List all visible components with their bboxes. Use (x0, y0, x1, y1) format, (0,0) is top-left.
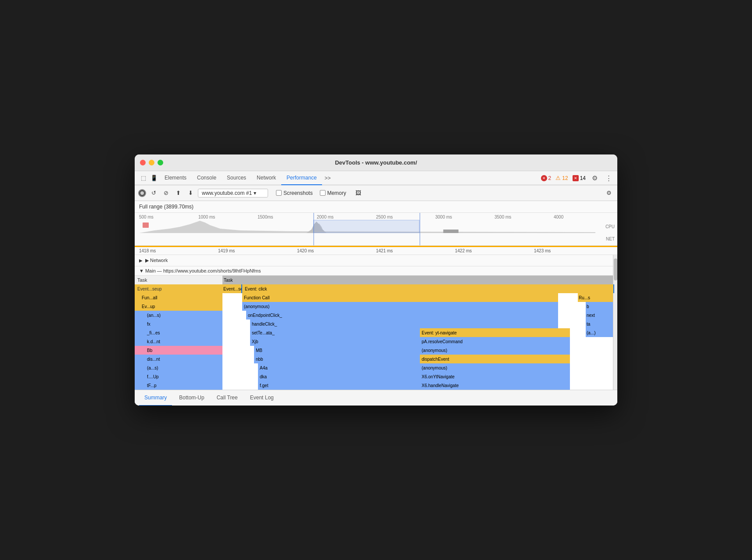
tab-elements[interactable]: Elements (159, 171, 192, 185)
warning-badge[interactable]: ⚠ 12 (555, 175, 568, 181)
flame-row-sette: _fi...es setTe...ata_ Event: yt-navigate… (135, 328, 617, 337)
x6-onyt-bar[interactable]: X6.onYtNavigate (420, 372, 570, 381)
url-selector[interactable]: www.youtube.com #1 ▾ (198, 189, 268, 197)
tab-console[interactable]: Console (192, 171, 222, 185)
more-options-icon[interactable]: ⋮ (604, 174, 614, 182)
zoom-1419: 1419 ms (218, 248, 297, 253)
on-endpoint-bar[interactable]: onEndpointClick_ (246, 311, 558, 319)
action-bar: ↺ ⊘ ⬆ ⬇ www.youtube.com #1 ▾ Screenshots… (135, 185, 617, 201)
device-mode-icon[interactable]: 📱 (149, 173, 159, 183)
dka-bar[interactable]: dka (258, 372, 420, 381)
selection-right-marker (419, 213, 420, 245)
flame-row-bb: Bb MB (anonymous) (135, 346, 617, 355)
dispatch-event-bar[interactable]: dispatchEvent (420, 355, 570, 363)
resolve-command-bar[interactable]: pA.resolveCommand (420, 337, 570, 346)
flame-label-fun-call: Fun...all (135, 293, 222, 302)
minimize-button[interactable] (149, 160, 154, 165)
x6-handle-bar[interactable]: X6.handleNavigate (420, 381, 570, 390)
timeline-overview[interactable]: 500 ms 1000 ms 1500ms 2000 ms 2500 ms 30… (135, 213, 617, 246)
flame-bars-dka: dka X6.onYtNavigate (222, 372, 617, 381)
reload-button[interactable]: ↺ (149, 188, 158, 198)
ruler-4000: 4000 (554, 215, 613, 219)
flame-bars-fun-call: Function Call Ru...s (222, 293, 617, 302)
badge-group: ✕ 2 ⚠ 12 ✕ 14 ⚙ ⋮ (541, 174, 614, 182)
screenshots-cb[interactable] (276, 190, 282, 196)
zoom-ruler: 1418 ms 1419 ms 1420 ms 1421 ms 1422 ms … (135, 247, 617, 255)
anonymous-bar2[interactable]: (anonymous) (420, 346, 570, 355)
svg-marker-0 (139, 221, 595, 233)
xjb-bar[interactable]: Xjb (250, 337, 420, 346)
record-button[interactable] (138, 189, 146, 197)
rus-bar[interactable]: Ru...s (578, 293, 617, 302)
flame-bars-anon1: (anonymous) b (222, 302, 617, 311)
function-call-bar[interactable]: Function Call (242, 293, 558, 302)
flame-row-handleclick: fx handleClick_ ta (135, 319, 617, 328)
download-button[interactable]: ⬇ (186, 188, 195, 198)
error-icon: ✕ (541, 175, 547, 181)
nbb-bar[interactable]: nbb (254, 355, 420, 363)
memory-checkbox[interactable]: Memory (320, 190, 346, 196)
event-setup-bar1[interactable]: Event...seup (222, 284, 242, 293)
more-tabs-button[interactable]: >> (322, 175, 333, 181)
info-count: 14 (580, 175, 586, 181)
element-picker-icon[interactable]: ⬚ (138, 173, 149, 183)
flame-row-fget: tF...p f.get X6.handleNavigate (135, 381, 617, 390)
performance-settings-icon[interactable]: ⚙ (604, 188, 614, 198)
btab-summary[interactable]: Summary (139, 390, 172, 406)
flame-bars-xjb: Xjb pA.resolveCommand (222, 337, 617, 346)
ruler-3000: 3000 ms (435, 215, 494, 219)
flame-label-tfp: tF...p (135, 381, 222, 390)
flame-row-dka: f....Up dka X6.onYtNavigate (135, 372, 617, 381)
tab-sources[interactable]: Sources (222, 171, 251, 185)
maximize-button[interactable] (158, 160, 163, 165)
error-badge[interactable]: ✕ 2 (541, 175, 551, 181)
fget-bar[interactable]: f.get (258, 381, 420, 390)
net-label: NET (606, 237, 615, 241)
mb-bar[interactable]: MB (254, 346, 420, 355)
clear-button[interactable]: ⊘ (161, 188, 171, 198)
task-bar[interactable]: Task (222, 276, 617, 284)
anonymous-bar1[interactable]: (anonymous) (242, 302, 558, 311)
tab-performance[interactable]: Performance (281, 171, 322, 185)
info-badge[interactable]: ✕ 14 (573, 175, 586, 181)
bottom-tab-bar: Summary Bottom-Up Call Tree Event Log (135, 390, 617, 406)
scrollbar-thumb[interactable] (614, 258, 617, 280)
titlebar: DevTools - www.youtube.com/ (135, 154, 617, 171)
flame-bars-a4a: A4a (anonymous) (222, 363, 617, 372)
anonymous-bar3[interactable]: (anonymous) (420, 363, 570, 372)
event-click-bar[interactable]: Event: click (242, 284, 613, 293)
flame-label-fies: _fi...es (135, 328, 222, 337)
error-count: 2 (548, 175, 551, 181)
capture-icon[interactable]: 🖼 (353, 188, 363, 198)
selection-left-marker (313, 213, 314, 245)
network-expand-icon: ▶ (139, 258, 143, 263)
btab-bottom-up[interactable]: Bottom-Up (174, 390, 209, 406)
window-title: DevTools - www.youtube.com/ (335, 159, 417, 166)
btab-event-log[interactable]: Event Log (245, 390, 279, 406)
flame-bars-bb: MB (anonymous) (222, 346, 617, 355)
memory-cb[interactable] (320, 190, 326, 196)
main-thread-header[interactable]: ▼ Main — https://www.youtube.com/shorts/… (135, 266, 617, 276)
flame-label-bb: Bb (135, 346, 222, 355)
btab-call-tree[interactable]: Call Tree (211, 390, 243, 406)
main-content: Full range (3899.70ms) 500 ms 1000 ms 15… (135, 201, 617, 406)
sette-bar[interactable]: setTe...ata_ (250, 328, 420, 337)
info-icon: ✕ (573, 175, 579, 181)
screenshots-checkbox[interactable]: Screenshots (276, 190, 313, 196)
network-row[interactable]: ▶ ▶ Network (135, 255, 617, 266)
a4a-bar[interactable]: A4a (258, 363, 420, 372)
checkbox-group: Screenshots Memory 🖼 (276, 188, 363, 198)
flame-bars-fget: f.get X6.handleNavigate (222, 381, 617, 390)
tab-network[interactable]: Network (251, 171, 281, 185)
close-button[interactable] (140, 160, 146, 165)
yt-navigate-bar[interactable]: Event: yt-navigate (420, 328, 570, 337)
devtools-window: DevTools - www.youtube.com/ ⬚ 📱 Elements… (135, 154, 617, 406)
ruler-3500: 3500 ms (494, 215, 554, 219)
flame-bars-task: Task (222, 276, 617, 284)
flame-label-event-setup: Event...seup (135, 284, 222, 293)
upload-button[interactable]: ⬆ (173, 188, 183, 198)
flame-bars-sette: setTe...ata_ Event: yt-navigate (a...) (222, 328, 617, 337)
handle-click-bar[interactable]: handleClick_ (250, 319, 558, 328)
vertical-scrollbar[interactable] (613, 255, 617, 390)
settings-icon[interactable]: ⚙ (590, 174, 599, 182)
